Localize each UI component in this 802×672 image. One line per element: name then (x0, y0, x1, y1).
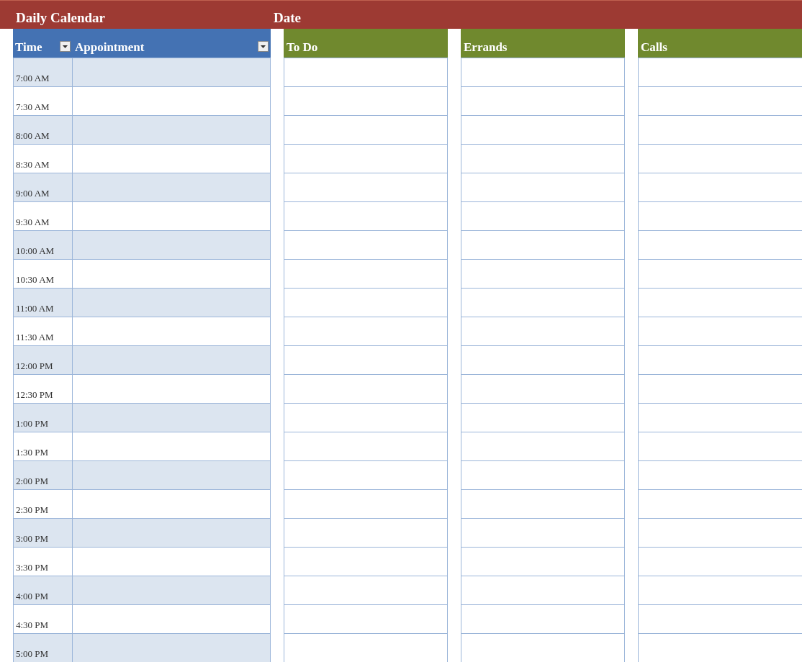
errands-cell[interactable] (461, 86, 625, 115)
calls-cell[interactable] (638, 86, 802, 115)
errands-cell[interactable] (461, 345, 625, 374)
appointment-header-label: Appointment (75, 40, 144, 55)
todo-cell[interactable] (284, 345, 448, 374)
todo-cell[interactable] (284, 460, 448, 489)
time-cell: 3:00 PM (13, 518, 73, 547)
schedule-row: 4:30 PM (13, 604, 271, 633)
calls-cell[interactable] (638, 288, 802, 317)
todo-cell[interactable] (284, 115, 448, 144)
appointment-cell[interactable] (73, 144, 271, 173)
todo-cell[interactable] (284, 518, 448, 547)
calls-column: Calls (638, 29, 802, 662)
todo-cell[interactable] (284, 230, 448, 259)
appointment-cell[interactable] (73, 86, 271, 115)
errands-cell[interactable] (461, 259, 625, 288)
todo-cell[interactable] (284, 317, 448, 345)
appointment-cell[interactable] (73, 173, 271, 201)
errands-cell[interactable] (461, 288, 625, 317)
appointment-cell[interactable] (73, 403, 271, 432)
appointment-cell[interactable] (73, 317, 271, 345)
errands-cell[interactable] (461, 230, 625, 259)
errands-cell[interactable] (461, 432, 625, 460)
appointment-cell[interactable] (73, 518, 271, 547)
todo-cell[interactable] (284, 633, 448, 662)
calls-cell[interactable] (638, 58, 802, 86)
calls-cell[interactable] (638, 144, 802, 173)
errands-cell[interactable] (461, 144, 625, 173)
calls-cell[interactable] (638, 604, 802, 633)
todo-cell[interactable] (284, 201, 448, 230)
schedule-row: 10:00 AM (13, 230, 271, 259)
errands-cell[interactable] (461, 58, 625, 86)
todo-cell[interactable] (284, 173, 448, 201)
todo-cell[interactable] (284, 144, 448, 173)
appointment-cell[interactable] (73, 374, 271, 403)
appointment-cell[interactable] (73, 230, 271, 259)
calls-cell[interactable] (638, 259, 802, 288)
todo-cell[interactable] (284, 432, 448, 460)
errands-cell[interactable] (461, 633, 625, 662)
calls-cell[interactable] (638, 489, 802, 518)
errands-cell[interactable] (461, 115, 625, 144)
appointment-cell[interactable] (73, 288, 271, 317)
errands-cell[interactable] (461, 489, 625, 518)
todo-cell[interactable] (284, 86, 448, 115)
todo-cell[interactable] (284, 604, 448, 633)
appointment-cell[interactable] (73, 604, 271, 633)
errands-cell[interactable] (461, 374, 625, 403)
calls-cell[interactable] (638, 460, 802, 489)
todo-cell[interactable] (284, 547, 448, 576)
schedule-row: 2:30 PM (13, 489, 271, 518)
time-cell: 8:30 AM (13, 144, 73, 173)
errands-cell[interactable] (461, 201, 625, 230)
time-cell: 5:00 PM (13, 633, 73, 662)
appointment-cell[interactable] (73, 547, 271, 576)
calls-cell[interactable] (638, 317, 802, 345)
calls-cell[interactable] (638, 633, 802, 662)
schedule-row: 3:00 PM (13, 518, 271, 547)
appointment-cell[interactable] (73, 259, 271, 288)
errands-cell[interactable] (461, 576, 625, 604)
schedule-row: 1:30 PM (13, 432, 271, 460)
appointment-cell[interactable] (73, 432, 271, 460)
calls-cell[interactable] (638, 230, 802, 259)
todo-cell[interactable] (284, 489, 448, 518)
errands-cell[interactable] (461, 173, 625, 201)
errands-cell[interactable] (461, 518, 625, 547)
appointment-cell[interactable] (73, 115, 271, 144)
time-filter-button[interactable] (60, 41, 71, 52)
calls-cell[interactable] (638, 403, 802, 432)
todo-cell[interactable] (284, 403, 448, 432)
calls-cell[interactable] (638, 345, 802, 374)
appointment-cell[interactable] (73, 489, 271, 518)
errands-cell[interactable] (461, 547, 625, 576)
calls-cell[interactable] (638, 374, 802, 403)
calls-cell[interactable] (638, 547, 802, 576)
todo-cell[interactable] (284, 58, 448, 86)
schedule-row: 12:00 PM (13, 345, 271, 374)
todo-cell[interactable] (284, 576, 448, 604)
appointment-cell[interactable] (73, 633, 271, 662)
appointment-cell[interactable] (73, 460, 271, 489)
calls-cell[interactable] (638, 115, 802, 144)
todo-cell[interactable] (284, 259, 448, 288)
appointment-cell[interactable] (73, 201, 271, 230)
errands-cell[interactable] (461, 460, 625, 489)
appointment-cell[interactable] (73, 58, 271, 86)
schedule-row: 2:00 PM (13, 460, 271, 489)
calls-cell[interactable] (638, 576, 802, 604)
calls-cell[interactable] (638, 432, 802, 460)
errands-cell[interactable] (461, 317, 625, 345)
appointment-filter-button[interactable] (258, 41, 269, 52)
calls-cell[interactable] (638, 173, 802, 201)
calls-cell[interactable] (638, 201, 802, 230)
errands-cell[interactable] (461, 604, 625, 633)
errands-cell[interactable] (461, 403, 625, 432)
calls-cell[interactable] (638, 518, 802, 547)
time-cell: 4:30 PM (13, 604, 73, 633)
appointment-cell[interactable] (73, 576, 271, 604)
todo-cell[interactable] (284, 374, 448, 403)
todo-cell[interactable] (284, 288, 448, 317)
appointment-cell[interactable] (73, 345, 271, 374)
time-cell: 7:00 AM (13, 58, 73, 86)
